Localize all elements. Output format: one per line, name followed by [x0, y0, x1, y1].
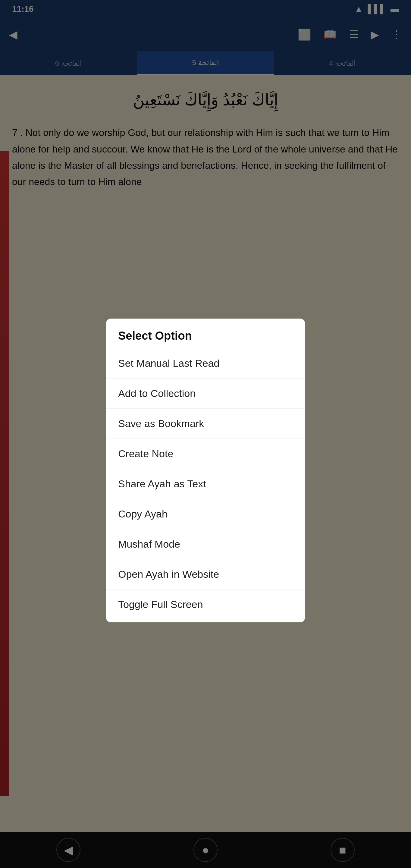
menu-item-toggle-full-screen[interactable]: Toggle Full Screen [106, 590, 305, 619]
modal-title: Select Option [106, 318, 305, 348]
menu-item-copy-ayah[interactable]: Copy Ayah [106, 499, 305, 529]
menu-item-create-note[interactable]: Create Note [106, 439, 305, 469]
select-option-modal: Select Option Set Manual Last Read Add t… [106, 318, 305, 622]
menu-item-mushaf-mode[interactable]: Mushaf Mode [106, 529, 305, 559]
menu-item-open-ayah-in-website[interactable]: Open Ayah in Website [106, 559, 305, 590]
menu-item-save-as-bookmark[interactable]: Save as Bookmark [106, 409, 305, 439]
menu-item-set-manual-last-read[interactable]: Set Manual Last Read [106, 348, 305, 378]
menu-item-share-ayah-as-text[interactable]: Share Ayah as Text [106, 469, 305, 499]
menu-item-add-to-collection[interactable]: Add to Collection [106, 378, 305, 409]
